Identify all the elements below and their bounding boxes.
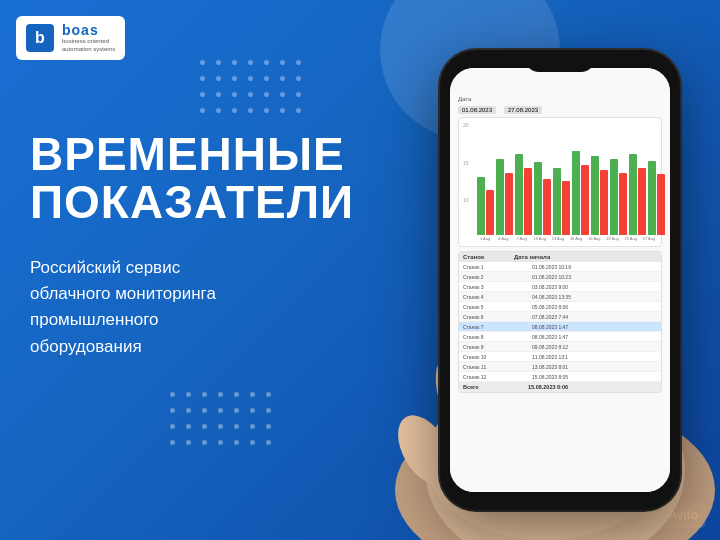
dots-pattern-top [200,60,306,118]
bar-red [505,173,513,235]
bar-green [591,156,599,235]
table-header: Станок Дата начала [459,252,661,262]
bar-group [477,177,494,236]
bar-group [629,154,646,235]
x-label: 27 Aug [641,237,657,242]
bar-red [619,173,627,235]
date-label: Дата [458,96,471,102]
x-label: 25 Aug [623,237,639,242]
x-label: 13 Aug [550,237,566,242]
table-row: Станок 1011.08.2023 13:1 [459,352,661,362]
table-row: Станок 303.08.2023 9:00 [459,282,661,292]
brand-name: boas [62,22,115,38]
table-row: Станок 1113.08.2023 8:01 [459,362,661,372]
headline: ВРЕМЕННЫЕ ПОКАЗАТЕЛИ [30,130,350,227]
phone-frame: Дата 01.08.2023 27.08.2023 20 15 10 [440,50,680,510]
brand-icon: b [26,24,54,52]
header-logo: b boas business oriented automation syst… [16,16,125,60]
bar-red [600,170,608,235]
bar-red [562,181,570,235]
screen-date-header: Дата [458,96,662,102]
x-label: 22 Aug [604,237,620,242]
table-row: Станок 1215.08.2023 8:05 [459,372,661,382]
table-row: Станок 201.08.2023 10:23 [459,272,661,282]
bar-green [496,159,504,236]
table-row: Станок 101.08.2023 10:19 [459,262,661,272]
bar-green [648,161,656,235]
bar-group [515,154,532,235]
phone-table: Станок Дата начала Станок 101.08.2023 10… [458,251,662,393]
phone-screen: Дата 01.08.2023 27.08.2023 20 15 10 [450,68,670,492]
table-row: Станок 708.08.2023 1:47 [459,322,661,332]
dots-pattern-bottom [170,392,276,450]
brand-text-block: boas business oriented automation system… [62,22,115,54]
x-labels: 1 Aug4 Aug7 Aug10 Aug13 Aug16 Aug19 Aug2… [463,237,657,242]
brand-tagline: business oriented automation systems [62,38,115,54]
main-content: ВРЕМЕННЫЕ ПОКАЗАТЕЛИ Российский сервис о… [30,130,350,360]
table-row: Станок 404.08.2023 13:35 [459,292,661,302]
bar-group [496,159,513,236]
bar-group [648,161,665,235]
x-label: 4 Aug [495,237,511,242]
bar-green [534,162,542,235]
bar-green [629,154,637,235]
bar-group [572,151,589,235]
chart-area: 20 15 10 1 Aug4 Aug7 Aug10 Aug13 Aug16 A… [458,117,662,247]
table-footer: Всего 15.08.2023 8:06 [459,382,661,392]
chart-grid: 20 15 10 [463,122,657,235]
table-row: Станок 808.08.2023 1:47 [459,332,661,342]
bar-red [543,179,551,235]
bar-green [572,151,580,235]
y-axis: 20 15 10 [463,122,469,235]
bar-red [657,174,665,235]
bar-group [534,162,551,235]
bar-green [553,168,561,236]
x-label: 16 Aug [568,237,584,242]
table-rows: Станок 101.08.2023 10:19Станок 201.08.20… [459,262,661,382]
phone-mockup: Дата 01.08.2023 27.08.2023 20 15 10 [430,40,690,520]
date-range: 01.08.2023 27.08.2023 [458,106,662,114]
table-row: Станок 909.08.2023 8:12 [459,342,661,352]
bar-red [638,168,646,236]
bar-green [477,177,485,236]
phone-notch [525,50,595,72]
bar-green [515,154,523,235]
bar-red [486,190,494,235]
x-label: 19 Aug [586,237,602,242]
subtext: Российский сервис облачного мониторинга … [30,255,350,360]
bar-group [610,159,627,236]
bar-group [591,156,608,235]
table-row: Станок 505.08.2023 8:06 [459,302,661,312]
x-label: 10 Aug [532,237,548,242]
table-row: Станок 607.08.2023 7:44 [459,312,661,322]
bar-red [581,165,589,235]
x-label: 1 Aug [477,237,493,242]
avito-label: Avito [668,508,698,522]
bar-green [610,159,618,236]
bar-group [553,168,570,236]
bar-red [524,168,532,236]
x-label: 7 Aug [513,237,529,242]
